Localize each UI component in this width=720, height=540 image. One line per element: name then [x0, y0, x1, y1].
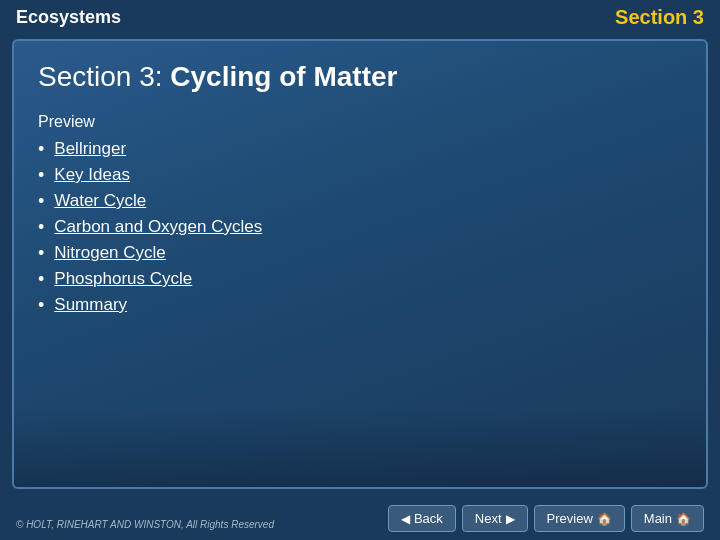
bottom-nav-bar: ◀ Back Next ▶ Preview 🏠 Main 🏠	[388, 505, 704, 532]
section-label: Section 3	[615, 6, 704, 29]
section-title-suffix: Cycling of Matter	[163, 61, 398, 92]
back-label: Back	[414, 511, 443, 526]
bullet-1: •	[38, 140, 44, 158]
main-label: Main	[644, 511, 672, 526]
next-arrow-icon: ▶	[506, 512, 515, 526]
bullet-3: •	[38, 192, 44, 210]
bullet-7: •	[38, 296, 44, 314]
bullet-2: •	[38, 166, 44, 184]
list-item-nitrogen: • Nitrogen Cycle	[38, 243, 682, 263]
link-water-cycle[interactable]: Water Cycle	[54, 191, 146, 211]
next-label: Next	[475, 511, 502, 526]
list-item-key-ideas: • Key Ideas	[38, 165, 682, 185]
bullet-4: •	[38, 218, 44, 236]
link-key-ideas[interactable]: Key Ideas	[54, 165, 130, 185]
menu-list: • Bellringer • Key Ideas • Water Cycle •…	[38, 139, 682, 315]
list-item-water-cycle: • Water Cycle	[38, 191, 682, 211]
next-button[interactable]: Next ▶	[462, 505, 528, 532]
copyright: © HOLT, RINEHART AND WINSTON, All Rights…	[16, 519, 274, 530]
preview-label-btn: Preview	[547, 511, 593, 526]
bullet-6: •	[38, 270, 44, 288]
back-arrow-icon: ◀	[401, 512, 410, 526]
list-item-phosphorus: • Phosphorus Cycle	[38, 269, 682, 289]
link-nitrogen[interactable]: Nitrogen Cycle	[54, 243, 166, 263]
main-icon: 🏠	[676, 512, 691, 526]
main-button[interactable]: Main 🏠	[631, 505, 704, 532]
section-title-prefix: Section 3:	[38, 61, 163, 92]
preview-label: Preview	[38, 113, 682, 131]
bullet-5: •	[38, 244, 44, 262]
link-carbon-oxygen[interactable]: Carbon and Oxygen Cycles	[54, 217, 262, 237]
preview-button[interactable]: Preview 🏠	[534, 505, 625, 532]
top-bar: Ecosystems Section 3	[0, 0, 720, 35]
list-item-summary: • Summary	[38, 295, 682, 315]
section-title: Section 3: Cycling of Matter	[38, 61, 682, 93]
content-card: Section 3: Cycling of Matter Preview • B…	[12, 39, 708, 489]
list-item-bellringer: • Bellringer	[38, 139, 682, 159]
back-button[interactable]: ◀ Back	[388, 505, 456, 532]
ecosystems-label: Ecosystems	[16, 7, 121, 28]
link-summary[interactable]: Summary	[54, 295, 127, 315]
link-phosphorus[interactable]: Phosphorus Cycle	[54, 269, 192, 289]
list-item-carbon-oxygen: • Carbon and Oxygen Cycles	[38, 217, 682, 237]
link-bellringer[interactable]: Bellringer	[54, 139, 126, 159]
preview-icon: 🏠	[597, 512, 612, 526]
